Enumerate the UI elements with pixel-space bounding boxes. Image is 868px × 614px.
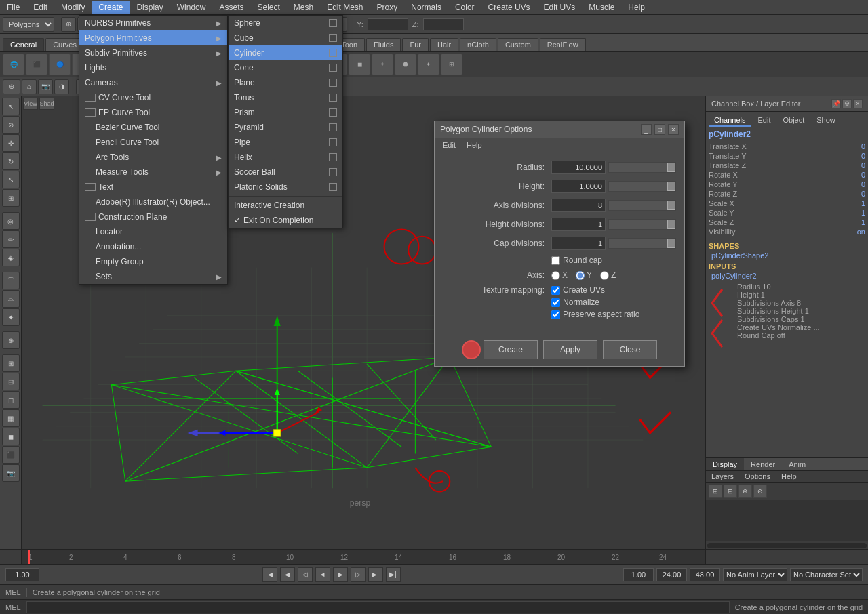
submenu-helix[interactable]: Helix bbox=[229, 150, 342, 165]
axis-z-input[interactable] bbox=[600, 271, 609, 280]
tool-grid5[interactable]: ◼ bbox=[2, 428, 20, 445]
shelf-tab-custom[interactable]: Custom bbox=[498, 38, 538, 51]
shelf-icon-20[interactable]: ⊞ bbox=[441, 54, 462, 75]
timeline-ruler[interactable]: 1 2 4 6 8 10 12 14 16 18 20 22 24 bbox=[22, 550, 705, 564]
layer-sub-options[interactable]: Options bbox=[739, 471, 776, 482]
tool-show-manip[interactable]: ⊕ bbox=[2, 331, 20, 349]
shelf-tab-ncloth[interactable]: nCloth bbox=[460, 38, 496, 51]
submenu-plane[interactable]: Plane bbox=[229, 75, 342, 90]
cb-settings-btn[interactable]: ⚙ bbox=[842, 99, 852, 108]
tool-paint[interactable]: ✏ bbox=[2, 230, 20, 248]
submenu-pyramid[interactable]: Pyramid bbox=[229, 120, 342, 135]
tool-lasso[interactable]: ⊘ bbox=[2, 116, 20, 134]
axis-y-input[interactable] bbox=[576, 271, 585, 280]
view-btn-mode[interactable]: View bbox=[23, 98, 38, 110]
channel-tab-object[interactable]: Object bbox=[777, 115, 810, 127]
tb2-btn-2[interactable]: ⌂ bbox=[22, 79, 37, 94]
preserve-aspect-checkbox[interactable] bbox=[551, 310, 560, 319]
shelf-icon-16[interactable]: ◼ bbox=[349, 54, 370, 75]
menu-bezier-curve-tool[interactable]: Bezier Curve Tool bbox=[79, 120, 227, 135]
submenu-pipe[interactable]: Pipe bbox=[229, 135, 342, 150]
menu-cv-curve-tool[interactable]: CV Curve Tool bbox=[79, 90, 227, 105]
apply-button[interactable]: Apply bbox=[543, 340, 597, 359]
shelf-tab-realflow[interactable]: RealFlow bbox=[540, 38, 586, 51]
dialog-minimize-btn[interactable]: _ bbox=[641, 124, 652, 135]
submenu-cube[interactable]: Cube bbox=[229, 30, 342, 45]
submenu-cylinder[interactable]: Cylinder bbox=[229, 45, 342, 60]
menu-pencil-curve-tool[interactable]: Pencil Curve Tool bbox=[79, 135, 227, 150]
normalize-checkbox[interactable] bbox=[551, 298, 560, 307]
cb-close-btn[interactable]: × bbox=[853, 99, 863, 108]
menu-illustrator-object[interactable]: Adobe(R) Illustrator(R) Object... bbox=[79, 195, 227, 209]
layer-icon-4[interactable]: ⊙ bbox=[753, 485, 767, 498]
tb2-btn-1[interactable]: ⊕ bbox=[3, 79, 20, 94]
dialog-menu-help[interactable]: Help bbox=[461, 140, 488, 150]
menu-nurbs-primitives[interactable]: NURBS Primitives ▶ bbox=[79, 16, 227, 30]
menu-modify[interactable]: Modify bbox=[54, 1, 92, 14]
menu-locator[interactable]: Locator bbox=[79, 224, 227, 239]
axis-divisions-slider[interactable] bbox=[608, 200, 676, 211]
channel-tab-show[interactable]: Show bbox=[811, 115, 841, 127]
tool-transform[interactable]: ⊞ bbox=[2, 189, 20, 207]
total-frame-input[interactable] bbox=[690, 568, 720, 581]
view-btn-shad[interactable]: Shad bbox=[39, 98, 54, 110]
coord-y-input[interactable] bbox=[368, 18, 408, 30]
dialog-menu-edit[interactable]: Edit bbox=[437, 140, 461, 150]
shelf-tab-fluids[interactable]: Fluids bbox=[366, 38, 401, 51]
tool-soft[interactable]: ◎ bbox=[2, 212, 20, 230]
menu-color[interactable]: Color bbox=[448, 1, 481, 14]
cmdline-input[interactable] bbox=[26, 601, 730, 613]
layer-scrollbar[interactable] bbox=[706, 541, 868, 549]
submenu-exit-on-completion[interactable]: ✓ Exit On Completion bbox=[229, 213, 342, 228]
cap-divisions-slider[interactable] bbox=[608, 238, 676, 249]
tb-btn-1[interactable]: ⊕ bbox=[61, 17, 76, 32]
step-back-btn[interactable]: ◀ bbox=[280, 567, 295, 582]
tool-grid4[interactable]: ▦ bbox=[2, 409, 20, 427]
menu-display[interactable]: Display bbox=[130, 1, 170, 14]
submenu-soccer-ball[interactable]: Soccer Ball bbox=[229, 165, 342, 180]
menu-empty-group[interactable]: Empty Group bbox=[79, 254, 227, 269]
menu-subdiv-primitives[interactable]: Subdiv Primitives ▶ bbox=[79, 45, 227, 60]
go-to-end-btn[interactable]: ▶| bbox=[386, 567, 401, 582]
menu-assets[interactable]: Assets bbox=[212, 1, 250, 14]
menu-create-uvs[interactable]: Create UVs bbox=[481, 1, 537, 14]
radius-slider[interactable] bbox=[608, 162, 676, 173]
menu-polygon-primitives[interactable]: Polygon Primitives ▶ bbox=[79, 30, 227, 45]
next-key-btn[interactable]: ▷ bbox=[351, 567, 366, 582]
menu-cameras[interactable]: Cameras ▶ bbox=[79, 75, 227, 90]
tool-grid1[interactable]: ⊞ bbox=[2, 354, 20, 372]
shelf-icon-17[interactable]: ⟡ bbox=[372, 54, 393, 75]
height-divisions-slider[interactable] bbox=[608, 219, 676, 230]
step-forward-btn[interactable]: ▶| bbox=[368, 567, 383, 582]
menu-lights[interactable]: Lights bbox=[79, 60, 227, 75]
layer-icon-2[interactable]: ⊟ bbox=[724, 485, 737, 498]
tool-select[interactable]: ↖ bbox=[2, 98, 20, 115]
tool-sculpt[interactable]: ◈ bbox=[2, 249, 20, 266]
mode-dropdown[interactable]: Polygons bbox=[3, 17, 54, 32]
tool-grid3[interactable]: ◻ bbox=[2, 391, 20, 409]
menu-ep-curve-tool[interactable]: EP Curve Tool bbox=[79, 105, 227, 120]
menu-create[interactable]: Create bbox=[92, 1, 130, 14]
menu-sets[interactable]: Sets ▶ bbox=[79, 269, 227, 284]
play-back-btn[interactable]: ◄ bbox=[315, 567, 330, 582]
submenu-sphere[interactable]: Sphere bbox=[229, 16, 342, 30]
shelf-icon-1[interactable]: 🌐 bbox=[3, 54, 24, 75]
shelf-icon-19[interactable]: ✦ bbox=[418, 54, 439, 75]
shelf-tab-hair[interactable]: Hair bbox=[430, 38, 458, 51]
current-frame-input[interactable] bbox=[5, 568, 39, 581]
cb-pin-btn[interactable]: 📌 bbox=[831, 99, 841, 108]
axis-x-input[interactable] bbox=[551, 271, 560, 280]
coord-z-input[interactable] bbox=[423, 18, 464, 30]
menu-arc-tools[interactable]: Arc Tools ▶ bbox=[79, 150, 227, 165]
dialog-maximize-btn[interactable]: □ bbox=[654, 124, 665, 135]
height-slider[interactable] bbox=[608, 181, 676, 192]
start-frame-input[interactable] bbox=[623, 568, 654, 581]
play-forward-btn[interactable]: ▶ bbox=[333, 567, 348, 582]
channel-tab-channels[interactable]: Channels bbox=[709, 115, 751, 127]
menu-annotation[interactable]: Annotation... bbox=[79, 239, 227, 254]
menu-help[interactable]: Help bbox=[621, 1, 652, 14]
menu-select[interactable]: Select bbox=[250, 1, 286, 14]
layer-tab-display[interactable]: Display bbox=[706, 458, 744, 470]
menu-normals[interactable]: Normals bbox=[404, 1, 448, 14]
tb2-btn-4[interactable]: ◑ bbox=[54, 79, 69, 94]
